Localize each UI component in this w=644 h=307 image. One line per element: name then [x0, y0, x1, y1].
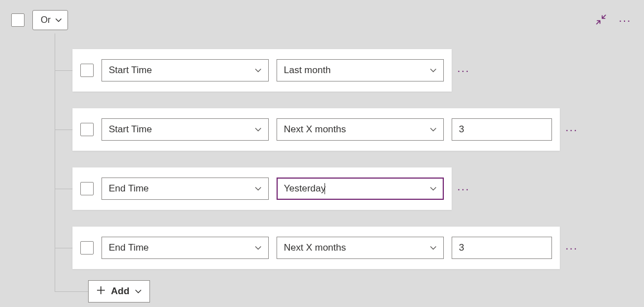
tree-branch-line [55, 189, 72, 189]
tree-branch-line [55, 70, 72, 71]
row-more-menu[interactable]: ··· [457, 183, 470, 195]
condition-row: Start Time Last month ··· [72, 49, 452, 92]
condition-dropdown[interactable]: Yesterday [277, 178, 444, 200]
field-value: Start Time [109, 124, 152, 135]
condition-value: Next X months [284, 242, 346, 253]
row-checkbox[interactable] [80, 123, 94, 136]
group-checkbox[interactable] [11, 13, 25, 27]
condition-row: End Time Yesterday ··· [72, 167, 452, 210]
condition-value: Next X months [284, 124, 346, 135]
chevron-down-icon [255, 185, 262, 192]
condition-dropdown[interactable]: Next X months [277, 118, 444, 141]
row-checkbox[interactable] [80, 182, 94, 195]
row-checkbox[interactable] [80, 64, 94, 77]
chevron-down-icon [430, 126, 437, 133]
chevron-down-icon [430, 67, 437, 74]
row-more-menu[interactable]: ··· [565, 123, 578, 136]
chevron-down-icon [255, 67, 262, 74]
condition-dropdown[interactable]: Last month [277, 59, 444, 81]
plus-icon [96, 286, 105, 298]
top-actions: ··· [596, 13, 632, 27]
condition-value: Last month [284, 65, 331, 76]
chevron-down-icon [135, 288, 142, 295]
row-more-menu[interactable]: ··· [457, 64, 470, 77]
chevron-down-icon [255, 244, 262, 251]
tree-trunk-line [55, 33, 55, 291]
chevron-down-icon [55, 17, 62, 23]
field-dropdown[interactable]: Start Time [101, 59, 269, 81]
condition-row: End Time Next X months ··· [72, 227, 560, 269]
value-input[interactable] [452, 118, 552, 141]
row-checkbox[interactable] [80, 241, 94, 255]
chevron-down-icon [430, 185, 437, 192]
group-operator-dropdown[interactable]: Or [32, 10, 68, 30]
chevron-down-icon [430, 244, 437, 251]
field-value: Start Time [109, 65, 152, 76]
condition-row: Start Time Next X months ··· [72, 108, 560, 151]
tree-branch-line [55, 248, 72, 248]
row-more-menu[interactable]: ··· [565, 242, 578, 255]
filter-builder: Or ··· Start Time Last month [0, 0, 644, 40]
collapse-icon[interactable] [596, 15, 606, 26]
field-value: End Time [109, 183, 149, 194]
condition-value: Yesterday [284, 183, 326, 195]
chevron-down-icon [255, 126, 262, 133]
add-condition-button[interactable]: Add [88, 280, 150, 303]
group-operator-label: Or [41, 15, 51, 25]
tree-branch-line [55, 129, 72, 130]
condition-dropdown[interactable]: Next X months [277, 237, 444, 259]
field-dropdown[interactable]: Start Time [101, 118, 269, 141]
tree-branch-line [55, 291, 88, 292]
value-input[interactable] [452, 237, 552, 259]
field-dropdown[interactable]: End Time [101, 237, 269, 259]
field-value: End Time [109, 242, 149, 253]
add-button-label: Add [111, 286, 129, 297]
field-dropdown[interactable]: End Time [101, 178, 269, 200]
text-cursor [325, 183, 325, 194]
group-more-menu[interactable]: ··· [618, 13, 632, 27]
